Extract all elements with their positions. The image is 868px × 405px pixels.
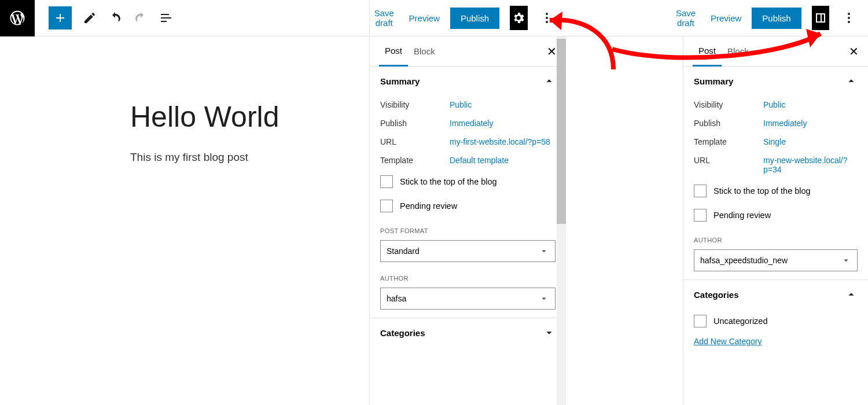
stick-label: Stick to the top of the blog	[713, 186, 811, 196]
url-value[interactable]: my-new-website.local/?p=34	[763, 156, 858, 174]
section-label: Categories	[694, 290, 739, 300]
author-select[interactable]: hafsa_xpeedstudio_new	[694, 249, 858, 271]
chevron-up-icon	[845, 288, 858, 301]
redo-icon[interactable]	[133, 10, 148, 25]
panel-scrollbar[interactable]	[557, 36, 566, 405]
pending-label: Pending review	[713, 211, 771, 220]
settings-header-left: Save draft Preview Publish	[370, 0, 566, 36]
pending-checkbox[interactable]	[694, 209, 707, 222]
preview-button[interactable]: Preview	[409, 13, 440, 23]
section-label: Summary	[694, 76, 733, 86]
wordpress-logo[interactable]	[0, 0, 35, 36]
tab-block[interactable]: Block	[408, 36, 441, 67]
save-draft-button[interactable]: Save draft	[671, 8, 700, 28]
undo-icon[interactable]	[108, 10, 123, 25]
settings-header-right: Save draft Preview Publish	[567, 0, 868, 36]
section-summary[interactable]: Summary	[370, 67, 566, 95]
url-label: URL	[380, 137, 450, 146]
post-format-label: POST FORMAT	[370, 218, 566, 238]
post-format-select[interactable]: Standard	[380, 240, 556, 262]
chevron-down-icon	[539, 246, 549, 256]
author-select[interactable]: hafsa	[380, 288, 556, 310]
close-panel-icon[interactable]: ✕	[849, 45, 859, 58]
template-label: Template	[380, 156, 450, 165]
select-value: hafsa	[387, 294, 406, 303]
pending-checkbox[interactable]	[380, 200, 393, 212]
visibility-value[interactable]: Public	[450, 100, 556, 109]
settings-panel-left: Save draft Preview Publish Post Block ✕ …	[369, 0, 566, 405]
more-options-button[interactable]	[840, 6, 858, 30]
template-label: Template	[694, 137, 763, 146]
section-summary[interactable]: Summary	[683, 67, 868, 95]
author-label: AUTHOR	[370, 266, 566, 285]
panel-tabs: Post Block ✕	[370, 36, 566, 67]
section-label: Categories	[380, 328, 425, 338]
uncategorized-label: Uncategorized	[713, 316, 768, 326]
chevron-down-icon	[539, 293, 549, 304]
visibility-value[interactable]: Public	[763, 100, 858, 109]
stick-checkbox[interactable]	[380, 175, 393, 188]
add-category-link[interactable]: Add New Category	[683, 333, 868, 354]
outline-icon[interactable]	[159, 10, 174, 25]
template-value[interactable]: Single	[763, 137, 858, 146]
section-label: Summary	[380, 76, 420, 86]
template-value[interactable]: Default template	[450, 156, 556, 165]
settings-panel-right: Post Block ✕ Summary VisibilityPublic Pu…	[683, 36, 868, 405]
tab-post[interactable]: Post	[693, 36, 722, 67]
tab-post[interactable]: Post	[379, 36, 408, 67]
visibility-label: Visibility	[694, 100, 763, 109]
panel-tabs: Post Block ✕	[683, 36, 868, 67]
tab-block[interactable]: Block	[722, 36, 755, 67]
select-value: hafsa_xpeedstudio_new	[700, 256, 788, 265]
chevron-down-icon	[841, 255, 851, 266]
toolbar-icons	[82, 10, 174, 25]
publish-button[interactable]: Publish	[450, 8, 499, 29]
author-label: AUTHOR	[683, 227, 868, 247]
chevron-up-icon	[543, 75, 556, 87]
uncategorized-checkbox[interactable]	[694, 315, 707, 327]
section-categories[interactable]: Categories	[683, 280, 868, 309]
chevron-up-icon	[845, 75, 858, 87]
publish-label: Publish	[380, 119, 450, 128]
pending-label: Pending review	[400, 201, 457, 211]
pen-icon[interactable]	[82, 10, 97, 25]
publish-label: Publish	[694, 119, 763, 128]
select-value: Standard	[387, 246, 420, 256]
publish-value[interactable]: Immediately	[763, 119, 858, 128]
chevron-down-icon	[543, 326, 556, 339]
stick-checkbox[interactable]	[694, 185, 707, 197]
close-panel-icon[interactable]: ✕	[547, 45, 557, 58]
publish-value[interactable]: Immediately	[450, 119, 556, 128]
url-value[interactable]: my-first-website.local/?p=58	[450, 137, 556, 146]
preview-button[interactable]: Preview	[711, 13, 741, 23]
url-label: URL	[694, 156, 763, 165]
section-categories[interactable]: Categories	[370, 318, 566, 347]
sidebar-toggle-button[interactable]	[812, 6, 830, 30]
save-draft-button[interactable]: Save draft	[370, 8, 399, 28]
settings-gear-button[interactable]	[510, 6, 527, 30]
stick-label: Stick to the top of the blog	[400, 177, 497, 186]
add-block-button[interactable]	[49, 6, 72, 30]
more-options-button[interactable]	[538, 6, 556, 30]
publish-button[interactable]: Publish	[752, 8, 801, 29]
visibility-label: Visibility	[380, 100, 450, 109]
